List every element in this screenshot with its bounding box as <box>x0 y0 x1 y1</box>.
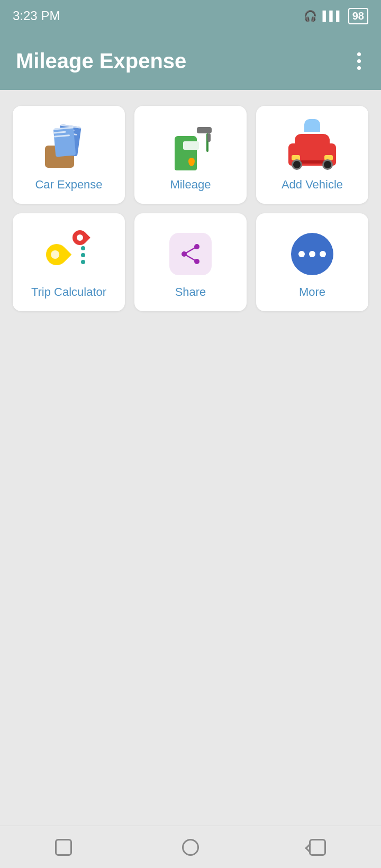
car-expense-icon <box>45 123 93 170</box>
svg-line-4 <box>184 254 197 261</box>
menu-grid: Car Expense Mileage <box>13 106 368 311</box>
add-vehicle-label: Add Vehicle <box>282 178 343 192</box>
signal-icon: ▌▌▌ <box>322 11 342 22</box>
recent-apps-button[interactable] <box>51 835 76 860</box>
car-windshield <box>304 119 320 132</box>
add-vehicle-button[interactable]: Add Vehicle <box>256 106 368 204</box>
fuel-drop <box>188 158 195 166</box>
route-dots <box>81 246 85 264</box>
menu-dot <box>357 52 361 56</box>
car-wheel-right <box>322 159 333 170</box>
status-icons: 🎧 ▌▌▌ 98 <box>304 8 368 24</box>
more-icon <box>288 230 336 278</box>
more-dot-2 <box>309 251 315 257</box>
battery-indicator: 98 <box>348 8 368 24</box>
home-icon <box>182 839 199 856</box>
trip-calculator-label: Trip Calculator <box>31 285 106 299</box>
home-button[interactable] <box>178 835 203 860</box>
car-expense-button[interactable]: Car Expense <box>13 106 125 204</box>
recent-apps-icon <box>55 839 72 856</box>
more-dot-1 <box>298 251 305 257</box>
yellow-map-marker <box>46 244 69 272</box>
main-content: Car Expense Mileage <box>0 90 381 826</box>
trip-calculator-button[interactable]: Trip Calculator <box>13 213 125 311</box>
back-icon <box>309 839 326 856</box>
add-vehicle-icon <box>288 123 336 170</box>
bottom-nav <box>0 826 381 868</box>
pump-screen <box>183 141 199 150</box>
trip-calculator-icon <box>45 230 93 278</box>
status-time: 3:23 PM <box>13 8 60 23</box>
share-button[interactable]: Share <box>134 213 247 311</box>
headphones-icon: 🎧 <box>304 10 317 22</box>
menu-dot <box>357 66 361 70</box>
mileage-button[interactable]: Mileage <box>134 106 247 204</box>
car-wheel-left <box>292 159 302 170</box>
receipt2 <box>53 126 76 157</box>
app-title: Mileage Expense <box>16 49 186 73</box>
status-bar: 3:23 PM 🎧 ▌▌▌ 98 <box>0 0 381 32</box>
share-label: Share <box>175 285 206 299</box>
more-dot-3 <box>320 251 326 257</box>
more-label: More <box>299 285 325 299</box>
mileage-label: Mileage <box>170 178 211 192</box>
vertical-dots-icon[interactable] <box>353 48 365 74</box>
menu-dot <box>357 59 361 63</box>
car-grille <box>300 160 324 164</box>
car-expense-label: Car Expense <box>35 178 102 192</box>
pump-nozzle <box>197 127 212 133</box>
back-button[interactable] <box>305 835 330 860</box>
svg-line-3 <box>184 247 197 254</box>
app-bar: Mileage Expense <box>0 32 381 90</box>
share-icon <box>167 230 214 278</box>
more-button[interactable]: More <box>256 213 368 311</box>
mileage-icon <box>167 123 214 170</box>
